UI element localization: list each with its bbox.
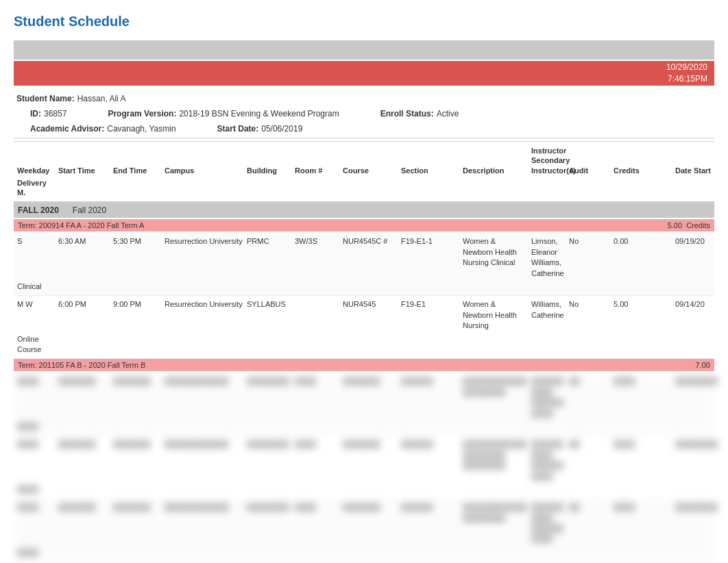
blurred-cell: ████████████████████████████ bbox=[461, 438, 529, 472]
blurred-cell: ███████ bbox=[111, 438, 162, 451]
enroll-value: Active bbox=[437, 109, 459, 118]
row1-date-start: 09/19/20 bbox=[673, 235, 728, 248]
row1-credits: 0.00 bbox=[611, 235, 673, 248]
fall2020-group: FALL 2020 Fall 2020 Term: 200914 FA A - … bbox=[14, 203, 714, 562]
table-row: M W 6:00 PM 9:00 PM Resurrection Univers… bbox=[14, 296, 714, 359]
header-start-time: Start Time bbox=[56, 164, 111, 177]
row2-delivery: Online Course bbox=[15, 333, 56, 357]
advisor-field: Academic Advisor: Cavanagh, Yasmin bbox=[30, 124, 176, 134]
blurred-cell: ████ bbox=[15, 546, 56, 559]
header-instructor: InstructorSecondary Instructor(s) bbox=[529, 145, 567, 177]
start-date-label: Start Date: bbox=[217, 124, 259, 134]
program-value: 2018-19 BSN Evening & Weekend Program bbox=[179, 109, 339, 118]
blurred-cell: ███████ bbox=[341, 501, 399, 514]
blurred-cell: ████ bbox=[15, 420, 56, 433]
date-line2: 7:46:15PM bbox=[666, 73, 707, 85]
fa-a-group: Term: 200914 FA A - 2020 Fall Term A 5.0… bbox=[14, 219, 714, 359]
student-id-field: ID: 36857 bbox=[30, 109, 66, 118]
header-date-start: Date Start bbox=[673, 164, 728, 177]
blurred-cell: ████ bbox=[15, 438, 56, 451]
blurred-cell: ████████ bbox=[245, 501, 293, 514]
start-date-field: Start Date: 05/06/2019 bbox=[217, 124, 303, 134]
header-end-time: End Time bbox=[111, 164, 162, 177]
blurred-cell: ████ bbox=[611, 501, 673, 514]
row2-start: 6:00 PM bbox=[56, 298, 111, 311]
top-bar bbox=[14, 40, 714, 60]
row2-section: F19-E1 bbox=[399, 298, 461, 311]
blurred-cell: ████████ bbox=[245, 438, 293, 451]
fa-b-group: Term: 201105 FA B - 2020 Fall Term B 7.0… bbox=[14, 359, 714, 562]
row1-start: 6:30 AM bbox=[56, 235, 111, 248]
row1-course: NUR4545C # bbox=[341, 235, 399, 248]
fa-b-header: Term: 201105 FA B - 2020 Fall Term B 7.0… bbox=[14, 359, 714, 371]
row1-campus: Resurrection University bbox=[162, 235, 245, 248]
row1-delivery: Clinical bbox=[15, 280, 56, 293]
row2-campus: Resurrection University bbox=[162, 298, 245, 311]
student-id-value: 36857 bbox=[44, 109, 66, 118]
blurred-cell: ████████ bbox=[245, 375, 293, 388]
fall2020-season: Fall 2020 bbox=[73, 205, 106, 215]
blurred-cell: ██ bbox=[567, 375, 611, 388]
blurred-cell: ██████ bbox=[399, 501, 461, 514]
row1-building: PRMC bbox=[245, 235, 293, 248]
blurred-cell: ██ bbox=[567, 438, 611, 451]
header-room: Room # bbox=[293, 164, 341, 177]
page-container: Student Schedule 10/29/2020 7:46:15PM St… bbox=[0, 0, 728, 563]
blurred-cell: ██████ bbox=[399, 375, 461, 388]
fa-a-name: Term: 200914 FA A - 2020 Fall Term A bbox=[18, 221, 144, 229]
row1-room: 3W/3S bbox=[293, 235, 341, 248]
blurred-cell: ████ bbox=[15, 483, 56, 496]
header-section: Section bbox=[399, 164, 461, 177]
table-header: Weekday Start Time End Time Campus Build… bbox=[14, 141, 714, 203]
blurred-cell: ███████ bbox=[56, 501, 111, 514]
blurred-cell: ████████ bbox=[673, 375, 728, 388]
blurred-cell: ████████ bbox=[673, 501, 728, 514]
header-campus: Campus bbox=[162, 164, 245, 177]
date-line1: 10/29/2020 bbox=[666, 62, 707, 73]
row2-end: 9:00 PM bbox=[111, 298, 162, 311]
blurred-cell: ████ bbox=[293, 438, 341, 451]
student-name-value: Hassan, Ali A bbox=[77, 94, 126, 103]
row2-building: SYLLABUS bbox=[245, 298, 293, 311]
blurred-cell: ███████ bbox=[111, 501, 162, 514]
row1-instructor: Limson, EleanorWilliams, Catherine bbox=[529, 235, 567, 280]
program-field: Program Version: 2018-19 BSN Evening & W… bbox=[108, 109, 339, 118]
row2-audit: No bbox=[567, 298, 611, 311]
blurred-cell: ██████ bbox=[399, 438, 461, 451]
blurred-cell: ████████ bbox=[673, 438, 728, 451]
table-row: ████ ███████ ███████ ████████████ ██████… bbox=[14, 373, 714, 436]
row2-credits: 5.00 bbox=[611, 298, 673, 311]
row2-weekday: M W bbox=[15, 298, 56, 311]
header-credits: Credits bbox=[611, 164, 673, 177]
header-delivery: Delivery M. bbox=[15, 177, 56, 199]
row1-section: F19-E1-1 bbox=[399, 235, 461, 248]
header-audit: Audit bbox=[567, 164, 611, 177]
advisor-label: Academic Advisor: bbox=[30, 124, 104, 134]
row1-description: Women & Newborn Health Nursing Clinical bbox=[461, 235, 529, 269]
row1-audit: No bbox=[567, 235, 611, 248]
enroll-field: Enroll Status: Active bbox=[380, 109, 459, 118]
blurred-cell: ████████████████████ bbox=[461, 375, 529, 399]
row2-course: NUR4545 bbox=[341, 298, 399, 311]
student-id-label: ID: bbox=[30, 109, 41, 118]
row2-date-start: 09/14/20 bbox=[673, 298, 728, 311]
fa-b-name: Term: 201105 FA B - 2020 Fall Term B bbox=[18, 361, 145, 369]
header-description: Description bbox=[461, 164, 529, 177]
blurred-cell: ██ bbox=[567, 501, 611, 514]
fa-a-header: Term: 200914 FA A - 2020 Fall Term A 5.0… bbox=[14, 219, 714, 232]
student-name-field: Student Name: Hassan, Ali A bbox=[16, 94, 125, 103]
blurred-cell: ████████████ bbox=[162, 438, 245, 451]
blurred-cell: ███████ bbox=[341, 438, 399, 451]
fa-b-credits: 7.00 bbox=[696, 361, 710, 369]
student-info-section: Student Name: Hassan, Ali A ID: 36857 Pr… bbox=[14, 90, 714, 138]
datetime: 10/29/2020 7:46:15PM bbox=[666, 62, 707, 85]
blurred-cell: ████ bbox=[293, 501, 341, 514]
blurred-cell: ████████████████████ bbox=[529, 438, 567, 483]
blurred-cell: ████████████████████ bbox=[529, 375, 567, 420]
header-weekday: Weekday bbox=[15, 164, 56, 177]
blurred-cell: ████████████ bbox=[162, 501, 245, 514]
fa-a-credits: 5.00 Credits bbox=[668, 221, 710, 229]
table-row: ████ ███████ ███████ ████████████ ██████… bbox=[14, 499, 714, 562]
table-row: ████ ███████ ███████ ████████████ ██████… bbox=[14, 436, 714, 499]
blurred-cell: ████████████████████ bbox=[461, 501, 529, 525]
